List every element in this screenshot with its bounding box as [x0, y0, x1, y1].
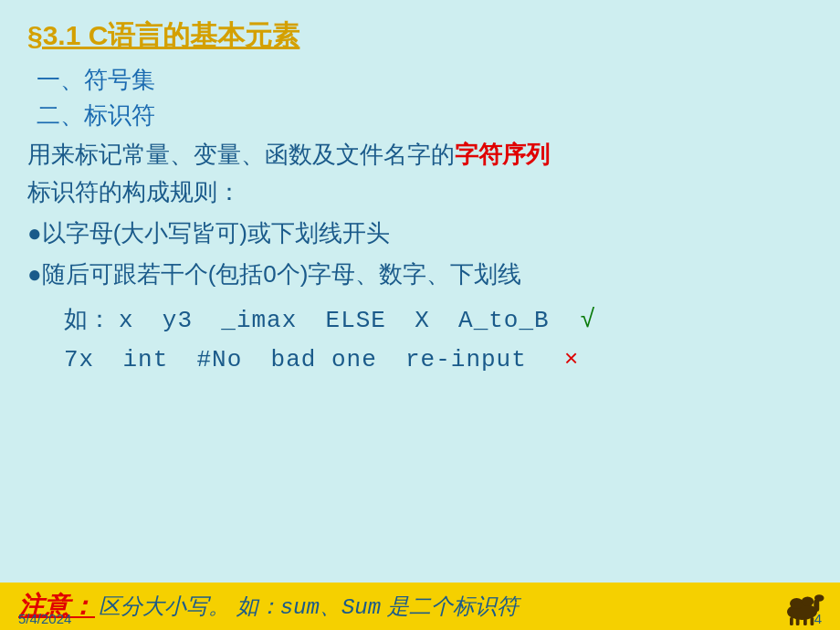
bullet-one: ●以字母(大小写皆可)或下划线开头 [27, 215, 813, 251]
notice-code: sum、Sum [280, 595, 381, 620]
good-ex-imax: _imax [221, 307, 297, 334]
good-ex-y3: y3 [163, 307, 193, 334]
rule-title: 标识符的构成规则： [27, 174, 813, 210]
good-ex-label: 如 [64, 305, 88, 332]
svg-point-4 [814, 594, 824, 602]
bullet-two: ●随后可跟若干个(包括0个)字母、数字、下划线 [27, 257, 813, 292]
section-one: 一、符号集 [37, 62, 813, 98]
svg-point-1 [790, 598, 803, 609]
slide: §3.1 C语言的基本元素 一、符号集 二、标识符 用来标记常量、变量、函数及文… [0, 0, 840, 630]
check-mark: √ [581, 304, 594, 332]
desc-prefix: 用来标记常量、变量、函数及文件名字的 [27, 141, 455, 168]
bad-ex-reinput: re-input [405, 346, 527, 373]
bad-ex-7x: 7x [64, 346, 94, 373]
good-ex-X: X [415, 307, 430, 334]
good-ex-x: x [119, 307, 134, 334]
notice-bar: 注意： 区分大小写。 如：sum、Sum 是二个标识符 [0, 583, 840, 630]
notice-text-2: 是二个标识符 [381, 593, 519, 618]
good-ex-atob: A_to_B [458, 307, 550, 334]
svg-rect-7 [803, 617, 807, 625]
camel-icon [776, 584, 831, 628]
good-examples-row: 如：x y3 _imax ELSE X A_to_B√ [64, 299, 813, 339]
section-two: 二、标识符 [37, 98, 813, 133]
slide-title: §3.1 C语言的基本元素 [27, 16, 813, 55]
cross-mark: × [564, 344, 578, 372]
good-ex-colon: ： [88, 305, 111, 332]
bad-ex-hashno: #No [197, 346, 243, 373]
svg-point-2 [802, 597, 814, 607]
notice-text: 区分大小写。 如：sum、Sum 是二个标识符 [99, 592, 519, 621]
good-ex-else: ELSE [326, 307, 386, 334]
bad-examples-row: 7x int #No bad one re-input × [64, 341, 813, 378]
bad-ex-int: int [122, 346, 168, 373]
svg-rect-8 [811, 617, 814, 625]
bad-ex-badone: bad one [271, 346, 377, 373]
svg-rect-6 [796, 617, 800, 625]
description-line: 用来标记常量、变量、函数及文件名字的字符序列 [27, 137, 813, 173]
desc-highlight: 字符序列 [455, 141, 550, 168]
notice-label: 注意： [18, 589, 95, 624]
svg-rect-5 [790, 617, 793, 625]
notice-text-1: 区分大小写。 如： [99, 593, 280, 618]
